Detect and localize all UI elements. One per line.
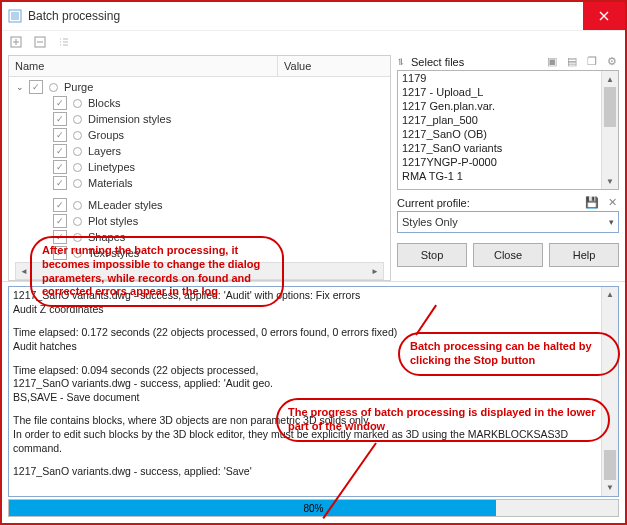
add-file-icon[interactable]: ▣ xyxy=(545,55,559,68)
log-line: Audit hatches xyxy=(13,340,614,354)
radio-icon xyxy=(73,115,82,124)
log-line: BS,SAVE - Save document xyxy=(13,391,614,405)
chevron-updown-icon[interactable]: ⥮ xyxy=(397,57,407,67)
tree-item-label: Shapes xyxy=(88,231,125,243)
progress-text: 80% xyxy=(9,500,618,516)
log-line: Audit Z coordinates xyxy=(13,303,614,317)
scroll-thumb[interactable] xyxy=(604,87,616,127)
tree-item-label: Blocks xyxy=(88,97,120,109)
checkbox[interactable]: ✓ xyxy=(53,144,67,158)
save-icon[interactable]: 💾 xyxy=(585,196,599,209)
list-item[interactable]: 1217_SanO (OB) xyxy=(398,127,618,141)
tree-item[interactable]: ✓Materials xyxy=(9,175,390,191)
scroll-left-icon[interactable]: ◄ xyxy=(16,263,32,279)
radio-icon xyxy=(73,131,82,140)
stop-button[interactable]: Stop xyxy=(397,243,467,267)
list-item[interactable]: RMA TG-1 1 xyxy=(398,169,618,183)
log-scrollbar[interactable]: ▲ ▼ xyxy=(601,287,618,496)
file-list[interactable]: 1179 1217 - Upload_L 1217 Gen.plan.var. … xyxy=(397,70,619,190)
right-panel: ⥮ Select files ▣ ▤ ❐ ⚙ 1179 1217 - Uploa… xyxy=(397,55,619,281)
svg-rect-1 xyxy=(11,12,19,20)
current-profile-label: Current profile: xyxy=(397,197,579,209)
tree-item[interactable]: ✓Layers xyxy=(9,143,390,159)
tree-item[interactable]: ✓Dimension styles xyxy=(9,111,390,127)
list-item[interactable]: 1217YNGP-P-0000 xyxy=(398,155,618,169)
file-list-scrollbar[interactable]: ▲ ▼ xyxy=(601,71,618,189)
tree-root-label: Purge xyxy=(64,81,93,93)
column-value[interactable]: Value xyxy=(278,56,390,76)
delete-icon[interactable]: ✕ xyxy=(605,196,619,209)
list-item[interactable]: 1217 - Upload_L xyxy=(398,85,618,99)
toolbar xyxy=(2,31,625,55)
tree-item[interactable]: ✓MLeader styles xyxy=(9,197,390,213)
tree-item-label: Linetypes xyxy=(88,161,135,173)
copy-icon[interactable]: ❐ xyxy=(585,55,599,68)
settings-tree-panel: Name Value ⌄ ✓ Purge ✓Blocks ✓Dimension … xyxy=(8,55,391,281)
help-button[interactable]: Help xyxy=(549,243,619,267)
expand-icon[interactable] xyxy=(10,36,24,50)
checkbox[interactable]: ✓ xyxy=(53,176,67,190)
list-item[interactable]: 1179 xyxy=(398,71,618,85)
tree-item[interactable]: ✓Plot styles xyxy=(9,213,390,229)
tree-body: ⌄ ✓ Purge ✓Blocks ✓Dimension styles ✓Gro… xyxy=(9,77,390,262)
log-line: 1217_SanO variants.dwg - success, applie… xyxy=(13,289,614,303)
radio-icon xyxy=(73,163,82,172)
chevron-down-icon[interactable]: ⌄ xyxy=(15,82,25,92)
close-window-button[interactable] xyxy=(583,2,625,30)
scroll-up-icon[interactable]: ▲ xyxy=(602,71,618,87)
tree-item-label: Plot styles xyxy=(88,215,138,227)
log-panel[interactable]: 1217_SanO variants.dwg - success, applie… xyxy=(8,286,619,497)
radio-icon xyxy=(73,99,82,108)
close-button[interactable]: Close xyxy=(473,243,543,267)
tree-item-label: MLeader styles xyxy=(88,199,163,211)
tree-horizontal-scrollbar[interactable]: ◄ ► xyxy=(15,262,384,280)
tree-item[interactable]: ✓Blocks xyxy=(9,95,390,111)
list-item[interactable]: 1217_plan_500 xyxy=(398,113,618,127)
tree-item[interactable]: ✓Groups xyxy=(9,127,390,143)
tree-item-label: Layers xyxy=(88,145,121,157)
tree-item-label: Dimension styles xyxy=(88,113,171,125)
checkbox[interactable]: ✓ xyxy=(53,214,67,228)
window-title: Batch processing xyxy=(28,9,583,23)
scroll-right-icon[interactable]: ► xyxy=(367,263,383,279)
profile-value: Styles Only xyxy=(402,216,458,228)
app-icon xyxy=(8,9,22,23)
list-icon[interactable] xyxy=(58,36,72,50)
tree-item[interactable]: ✓Shapes xyxy=(9,229,390,245)
checkbox[interactable]: ✓ xyxy=(53,160,67,174)
tree-root[interactable]: ⌄ ✓ Purge xyxy=(9,79,390,95)
profile-combo[interactable]: Styles Only ▾ xyxy=(397,211,619,233)
tree-item-label: Materials xyxy=(88,177,133,189)
radio-icon xyxy=(73,179,82,188)
checkbox[interactable]: ✓ xyxy=(53,112,67,126)
add-folder-icon[interactable]: ▤ xyxy=(565,55,579,68)
progress-bar: 80% xyxy=(8,499,619,517)
batch-processing-window: Batch processing Name Value ⌄ ✓ xyxy=(0,0,627,525)
tree-item-label: Text styles xyxy=(88,247,139,259)
scroll-thumb[interactable] xyxy=(604,450,616,480)
radio-icon xyxy=(73,147,82,156)
radio-icon xyxy=(73,249,82,258)
list-item[interactable]: 1217 Gen.plan.var. xyxy=(398,99,618,113)
checkbox[interactable]: ✓ xyxy=(53,128,67,142)
gear-icon[interactable]: ⚙ xyxy=(605,55,619,68)
checkbox[interactable]: ✓ xyxy=(53,246,67,260)
checkbox[interactable]: ✓ xyxy=(29,80,43,94)
select-files-label: Select files xyxy=(411,56,545,68)
scroll-up-icon[interactable]: ▲ xyxy=(602,287,618,303)
column-name[interactable]: Name xyxy=(9,56,278,76)
scroll-down-icon[interactable]: ▼ xyxy=(602,173,618,189)
checkbox[interactable]: ✓ xyxy=(53,230,67,244)
close-icon xyxy=(599,11,609,21)
collapse-icon[interactable] xyxy=(34,36,48,50)
title-bar: Batch processing xyxy=(2,2,625,31)
checkbox[interactable]: ✓ xyxy=(53,96,67,110)
radio-icon xyxy=(49,83,58,92)
tree-header: Name Value xyxy=(9,56,390,77)
checkbox[interactable]: ✓ xyxy=(53,198,67,212)
tree-item[interactable]: ✓Linetypes xyxy=(9,159,390,175)
list-item[interactable]: 1217_SanO variants xyxy=(398,141,618,155)
log-line: 1217_SanO variants.dwg - success, applie… xyxy=(13,377,614,391)
tree-item[interactable]: ✓Text styles xyxy=(9,245,390,261)
scroll-down-icon[interactable]: ▼ xyxy=(602,480,618,496)
